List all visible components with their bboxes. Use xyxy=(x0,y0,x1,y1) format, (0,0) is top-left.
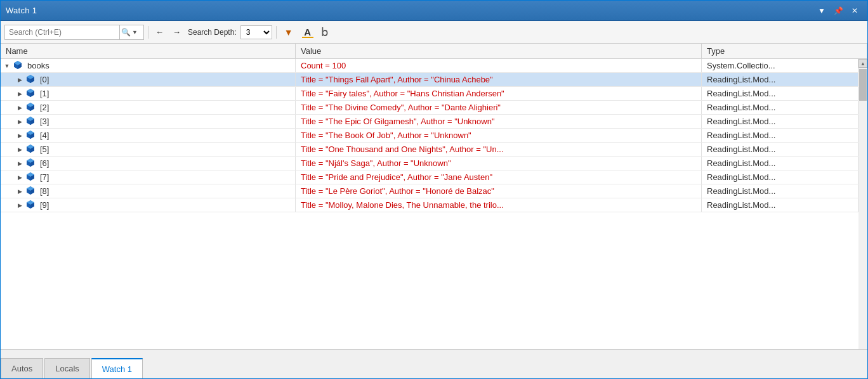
table-body: ▼ booksCount = 100System.Collectio...▶ [… xyxy=(1,59,858,349)
forward-icon: → xyxy=(173,27,181,37)
pin-button[interactable]: 📌 xyxy=(831,4,846,18)
value-cell: Title = "Njál's Saga", Author = "Unknown… xyxy=(296,157,702,170)
watch-window: Watch 1 ▼ 📌 ✕ 🔍 ▼ ← → Search Depth: 1 2 … xyxy=(0,0,868,379)
column-name: Name xyxy=(1,44,296,58)
depth-select[interactable]: 1 2 3 4 5 xyxy=(240,25,272,39)
value-cell: Title = "Things Fall Apart", Author = "C… xyxy=(296,73,702,86)
name-cell: ▶ [5] xyxy=(1,143,296,156)
expand-arrow[interactable]: ▼ xyxy=(3,62,11,70)
name-cell: ▶ [4] xyxy=(1,129,296,142)
toolbar: 🔍 ▼ ← → Search Depth: 1 2 3 4 5 ▼ A 𝖻 xyxy=(1,21,867,44)
bottom-tabs: Autos Locals Watch 1 xyxy=(1,349,867,378)
name-cell: ▶ [1] xyxy=(1,87,296,100)
row-name: [6] xyxy=(40,158,49,168)
expand-arrow[interactable]: ▶ xyxy=(16,104,23,112)
table-row[interactable]: ▶ [6]Title = "Njál's Saga", Author = "Un… xyxy=(1,157,858,170)
name-cell: ▶ [3] xyxy=(1,115,296,128)
table-row[interactable]: ▶ [8]Title = "Le Père Goriot", Author = … xyxy=(1,184,858,198)
search-input[interactable] xyxy=(5,27,119,38)
font-button[interactable]: A xyxy=(299,25,316,40)
expand-arrow[interactable]: ▶ xyxy=(16,174,23,181)
type-cell: ReadingList.Mod... xyxy=(702,115,858,128)
window-title: Watch 1 xyxy=(6,6,814,15)
scroll-up-arrow[interactable]: ▲ xyxy=(858,59,867,68)
cube-icon xyxy=(26,116,35,127)
value-cell: Title = "Le Père Goriot", Author = "Hono… xyxy=(296,184,702,198)
title-bar-controls: ▼ 📌 ✕ xyxy=(814,4,862,18)
value-cell: Title = "The Book Of Job", Author = "Unk… xyxy=(296,129,702,142)
value-cell: Title = "Pride and Prejudice", Author = … xyxy=(296,170,702,184)
tab-autos-label: Autos xyxy=(11,364,32,373)
cube-icon xyxy=(26,186,35,196)
name-cell: ▼ books xyxy=(1,59,296,72)
row-name: [3] xyxy=(40,117,49,126)
table-row[interactable]: ▶ [2]Title = "The Divine Comedy", Author… xyxy=(1,101,858,115)
search-dropdown-arrow[interactable]: ▼ xyxy=(132,29,138,35)
cube-icon xyxy=(26,158,35,169)
cube-icon xyxy=(26,88,35,99)
row-name: [9] xyxy=(40,200,49,210)
separator-1 xyxy=(148,26,148,39)
type-cell: ReadingList.Mod... xyxy=(702,73,858,86)
value-cell: Title = "Molloy, Malone Dies, The Unnama… xyxy=(296,198,702,212)
expand-arrow[interactable]: ▶ xyxy=(16,132,23,139)
value-cell: Title = "One Thousand and One Nights", A… xyxy=(296,143,702,156)
table-container: Name Value Type ▼ booksCount = 100System… xyxy=(1,44,867,349)
type-cell: ReadingList.Mod... xyxy=(702,143,858,156)
cursor-indicator: 𝖻 xyxy=(321,25,328,39)
row-name: [1] xyxy=(40,89,49,98)
back-button[interactable]: ← xyxy=(152,25,167,40)
dropdown-button[interactable]: ▼ xyxy=(814,4,829,18)
tab-watch1[interactable]: Watch 1 xyxy=(91,358,143,378)
expand-arrow[interactable]: ▶ xyxy=(16,188,23,195)
tab-locals[interactable]: Locals xyxy=(44,358,90,378)
filter-button[interactable]: ▼ xyxy=(280,25,297,40)
expand-arrow[interactable]: ▶ xyxy=(16,146,23,153)
name-cell: ▶ [2] xyxy=(1,101,296,114)
close-button[interactable]: ✕ xyxy=(847,4,862,18)
expand-arrow[interactable]: ▶ xyxy=(16,160,23,167)
cube-icon xyxy=(26,172,35,183)
cube-icon xyxy=(26,74,35,85)
table-row[interactable]: ▶ [5]Title = "One Thousand and One Night… xyxy=(1,143,858,157)
expand-arrow[interactable]: ▶ xyxy=(16,90,23,98)
expand-arrow[interactable]: ▶ xyxy=(16,76,23,84)
type-cell: ReadingList.Mod... xyxy=(702,129,858,142)
row-name: [0] xyxy=(40,75,49,84)
row-name: [2] xyxy=(40,103,49,112)
type-cell: ReadingList.Mod... xyxy=(702,198,858,212)
cube-icon xyxy=(26,144,35,155)
font-icon: A xyxy=(304,27,311,37)
row-name: books xyxy=(27,61,49,70)
filter-icon: ▼ xyxy=(284,27,293,37)
expand-arrow[interactable]: ▶ xyxy=(16,118,23,125)
row-name: [7] xyxy=(40,172,49,182)
expand-arrow[interactable]: ▶ xyxy=(16,202,23,209)
search-box[interactable]: 🔍 ▼ xyxy=(4,25,144,40)
separator-2 xyxy=(276,26,277,39)
table-row[interactable]: ▶ [7]Title = "Pride and Prejudice", Auth… xyxy=(1,170,858,184)
table-with-scroll: ▼ booksCount = 100System.Collectio...▶ [… xyxy=(1,59,867,349)
name-cell: ▶ [7] xyxy=(1,170,296,184)
table-row[interactable]: ▼ booksCount = 100System.Collectio... xyxy=(1,59,858,73)
row-name: [8] xyxy=(40,186,49,196)
cube-icon xyxy=(13,60,22,71)
table-row[interactable]: ▶ [9]Title = "Molloy, Malone Dies, The U… xyxy=(1,198,858,212)
title-bar: Watch 1 ▼ 📌 ✕ xyxy=(1,1,867,21)
value-cell: Title = "Fairy tales", Author = "Hans Ch… xyxy=(296,87,702,100)
value-cell: Title = "The Epic Of Gilgamesh", Author … xyxy=(296,115,702,128)
tab-autos[interactable]: Autos xyxy=(1,358,43,378)
table-row[interactable]: ▶ [3]Title = "The Epic Of Gilgamesh", Au… xyxy=(1,115,858,129)
search-icon-area: 🔍 ▼ xyxy=(119,25,139,39)
search-icon: 🔍 xyxy=(121,28,131,37)
table-row[interactable]: ▶ [1]Title = "Fairy tales", Author = "Ha… xyxy=(1,87,858,101)
scrollbar[interactable]: ▲ xyxy=(858,59,867,349)
type-cell: ReadingList.Mod... xyxy=(702,170,858,184)
value-cell: Title = "The Divine Comedy", Author = "D… xyxy=(296,101,702,114)
table-row[interactable]: ▶ [4]Title = "The Book Of Job", Author =… xyxy=(1,129,858,143)
scroll-thumb[interactable] xyxy=(859,69,867,101)
cube-icon xyxy=(26,130,35,141)
row-name: [5] xyxy=(40,145,49,154)
forward-button[interactable]: → xyxy=(169,25,184,40)
table-row[interactable]: ▶ [0]Title = "Things Fall Apart", Author… xyxy=(1,73,858,87)
